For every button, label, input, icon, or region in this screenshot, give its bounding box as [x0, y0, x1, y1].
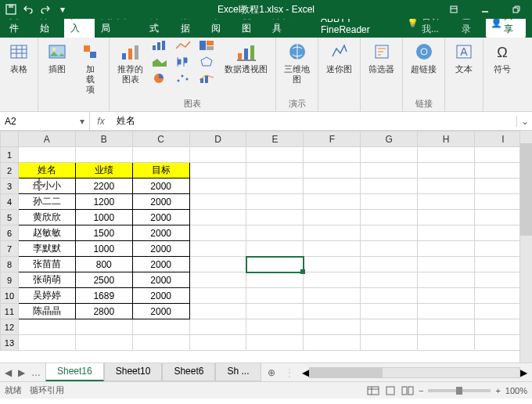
- cell-C13[interactable]: [132, 335, 189, 351]
- row-header-11[interactable]: 11: [1, 304, 19, 319]
- cell-C2[interactable]: 目标: [132, 163, 189, 179]
- cell-F10[interactable]: [304, 288, 361, 304]
- cell-B1[interactable]: [75, 147, 132, 163]
- cell-H12[interactable]: [418, 319, 475, 335]
- cell-A4[interactable]: 孙二二: [18, 194, 75, 210]
- ribbon-options-icon[interactable]: [438, 0, 469, 19]
- row-header-1[interactable]: 1: [1, 147, 19, 163]
- add-sheet-button[interactable]: ⊕: [261, 367, 282, 378]
- row-header-10[interactable]: 10: [1, 288, 19, 304]
- pivot-chart-button[interactable]: 数据透视图: [221, 39, 271, 76]
- row-header-4[interactable]: 4: [1, 194, 19, 210]
- redo-icon[interactable]: [38, 2, 53, 17]
- col-header-E[interactable]: E: [246, 132, 304, 147]
- cell-D13[interactable]: [189, 335, 246, 351]
- cell-H13[interactable]: [418, 335, 475, 351]
- cell-A12[interactable]: [18, 319, 75, 335]
- restore-icon[interactable]: [501, 0, 532, 19]
- cell-D1[interactable]: [189, 147, 246, 163]
- cell-G13[interactable]: [361, 335, 418, 351]
- row-header-7[interactable]: 7: [1, 241, 19, 257]
- view-break-icon[interactable]: [401, 386, 414, 395]
- text-button[interactable]: A文本: [450, 39, 478, 76]
- vertical-scroll-thumb[interactable]: [520, 143, 532, 236]
- cell-C1[interactable]: [132, 147, 189, 163]
- cell-G7[interactable]: [361, 241, 418, 257]
- zoom-slider[interactable]: [428, 389, 491, 392]
- cell-D8[interactable]: [189, 257, 246, 272]
- cell-A10[interactable]: 吴婷婷: [18, 288, 75, 304]
- zoom-level[interactable]: 100%: [505, 386, 527, 395]
- cell-C12[interactable]: [132, 319, 189, 335]
- formula-input[interactable]: 姓名: [112, 114, 516, 128]
- cell-A1[interactable]: [18, 147, 75, 163]
- cell-C5[interactable]: 2000: [132, 210, 189, 225]
- cell-B6[interactable]: 1500: [75, 225, 132, 241]
- cell-H4[interactable]: [418, 194, 475, 210]
- cell-D5[interactable]: [189, 210, 246, 225]
- stock-chart-icon[interactable]: [174, 56, 193, 70]
- qat-dropdown-icon[interactable]: ▾: [55, 2, 70, 17]
- row-header-12[interactable]: 12: [1, 319, 19, 335]
- cell-E13[interactable]: [246, 335, 304, 351]
- name-box[interactable]: A2▾: [0, 112, 90, 130]
- cell-B7[interactable]: 1000: [75, 241, 132, 257]
- scatter-chart-icon[interactable]: [174, 72, 193, 86]
- fx-button[interactable]: fx: [90, 116, 112, 127]
- cell-G2[interactable]: [361, 163, 418, 179]
- addins-button[interactable]: 加 载 项: [76, 39, 104, 97]
- cell-A11[interactable]: 陈晶晶: [18, 304, 75, 319]
- cell-G6[interactable]: [361, 225, 418, 241]
- col-header-B[interactable]: B: [75, 132, 132, 147]
- row-header-13[interactable]: 13: [1, 335, 19, 351]
- cell-F3[interactable]: [304, 179, 361, 194]
- cell-D4[interactable]: [189, 194, 246, 210]
- name-box-dropdown-icon[interactable]: ▾: [80, 116, 84, 127]
- 3d-map-button[interactable]: 三维地 图: [281, 39, 313, 86]
- horizontal-scrollbar[interactable]: ◀ ▶: [297, 367, 533, 378]
- cell-C4[interactable]: 2000: [132, 194, 189, 210]
- treemap-icon[interactable]: [198, 39, 217, 53]
- cell-C11[interactable]: 2000: [132, 304, 189, 319]
- cell-H5[interactable]: [418, 210, 475, 225]
- cell-H11[interactable]: [418, 304, 475, 319]
- cell-F5[interactable]: [304, 210, 361, 225]
- cell-D6[interactable]: [189, 225, 246, 241]
- cell-C3[interactable]: 2000: [132, 179, 189, 194]
- cell-G1[interactable]: [361, 147, 418, 163]
- cell-C6[interactable]: 2000: [132, 225, 189, 241]
- cell-B13[interactable]: [75, 335, 132, 351]
- cell-E1[interactable]: [246, 147, 304, 163]
- zoom-slider-thumb[interactable]: [456, 387, 462, 395]
- scroll-right-icon[interactable]: ▶: [520, 367, 527, 378]
- cell-E2[interactable]: [246, 163, 304, 179]
- cell-E12[interactable]: [246, 319, 304, 335]
- cell-D10[interactable]: [189, 288, 246, 304]
- scroll-left-icon[interactable]: ◀: [302, 367, 309, 378]
- row-header-3[interactable]: 3: [1, 179, 19, 194]
- cell-B3[interactable]: 2200: [75, 179, 132, 194]
- cell-C9[interactable]: 2000: [132, 272, 189, 288]
- cell-H10[interactable]: [418, 288, 475, 304]
- cell-G12[interactable]: [361, 319, 418, 335]
- cell-B4[interactable]: 1200: [75, 194, 132, 210]
- cell-D7[interactable]: [189, 241, 246, 257]
- col-header-D[interactable]: D: [189, 132, 246, 147]
- cell-F6[interactable]: [304, 225, 361, 241]
- cell-G4[interactable]: [361, 194, 418, 210]
- horizontal-scroll-thumb[interactable]: [310, 368, 383, 377]
- cell-E10[interactable]: [246, 288, 304, 304]
- minimize-icon[interactable]: [469, 0, 501, 19]
- cell-F12[interactable]: [304, 319, 361, 335]
- row-header-6[interactable]: 6: [1, 225, 19, 241]
- sheet-tab-sh[interactable]: Sh ...: [215, 363, 261, 381]
- sparklines-button[interactable]: 迷你图: [323, 39, 355, 76]
- sheet-tab-sheet16[interactable]: Sheet16: [45, 363, 104, 381]
- cell-G5[interactable]: [361, 210, 418, 225]
- view-normal-icon[interactable]: [367, 386, 379, 395]
- cell-A7[interactable]: 李默默: [18, 241, 75, 257]
- cell-G8[interactable]: [361, 257, 418, 272]
- worksheet-grid[interactable]: ABCDEFGHI12姓名业绩目标3庄小小220020004孙二二1200200…: [0, 131, 532, 363]
- cell-D9[interactable]: [189, 272, 246, 288]
- cell-H7[interactable]: [418, 241, 475, 257]
